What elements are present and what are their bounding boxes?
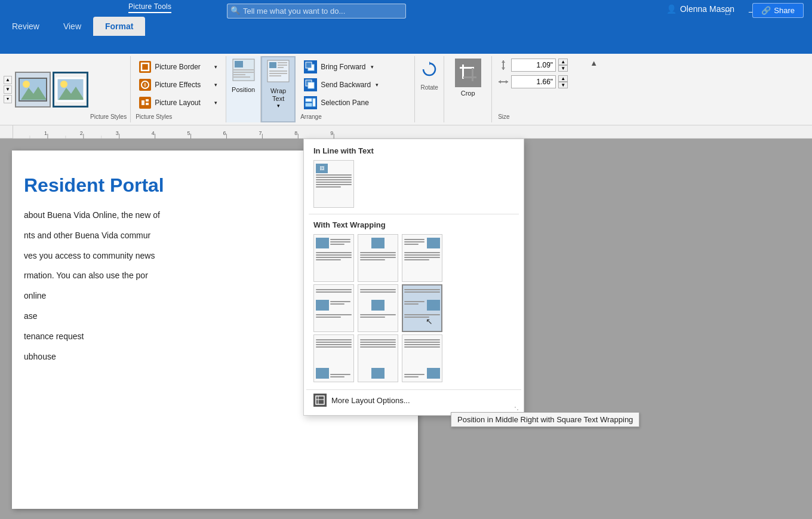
arrange-section-label: Arrange: [300, 113, 410, 120]
picture-options-section: Picture Border ▾ Picture Effects ▾ Pictu…: [131, 56, 226, 122]
position-top-left-button[interactable]: [313, 234, 354, 282]
position-inline-button[interactable]: 🖼: [313, 160, 354, 208]
svg-text:4: 4: [152, 130, 155, 136]
bring-forward-icon: [304, 60, 317, 73]
svg-rect-23: [278, 67, 284, 68]
svg-text:7: 7: [259, 130, 262, 136]
more-layout-options-button[interactable]: More Layout Options...: [304, 390, 524, 410]
width-spin-down[interactable]: ▼: [558, 82, 568, 88]
position-middle-left-button[interactable]: [313, 284, 354, 332]
collapse-ribbon-button-area: ▲: [588, 56, 600, 122]
picture-layout-button[interactable]: Picture Layout ▾: [136, 94, 221, 111]
svg-text:8: 8: [294, 130, 297, 136]
rotation-section: Rotate: [415, 56, 444, 122]
svg-marker-40: [502, 60, 505, 63]
bring-forward-label: Bring Forward: [321, 63, 365, 71]
svg-marker-41: [502, 67, 505, 70]
rotate-button[interactable]: [419, 59, 440, 82]
svg-marker-43: [499, 80, 501, 84]
picture-styles-bottom-label: Picture Styles: [136, 113, 221, 120]
arrange-section: Bring Forward ▾ Send Backward ▾ Selectio…: [296, 56, 415, 122]
picture-styles-label: Picture Styles: [90, 113, 127, 120]
share-label: Share: [774, 6, 795, 15]
svg-rect-10: [142, 100, 144, 105]
send-backward-icon: [304, 78, 317, 91]
wrap-row-1: [304, 234, 524, 284]
bring-forward-arrow: ▾: [371, 64, 374, 70]
send-backward-button[interactable]: Send Backward ▾: [300, 76, 410, 93]
picture-effects-arrow: ▾: [214, 82, 217, 88]
position-middle-right-button[interactable]: ↖: [402, 284, 442, 332]
svg-rect-14: [235, 61, 243, 67]
send-backward-arrow: ▾: [376, 82, 379, 88]
svg-text:1: 1: [44, 130, 47, 136]
tab-review[interactable]: Review: [0, 17, 51, 36]
svg-point-6: [60, 81, 67, 88]
collapse-ribbon-button[interactable]: ▲: [590, 59, 598, 67]
position-middle-center-button[interactable]: [358, 284, 398, 332]
bring-forward-button[interactable]: Bring Forward ▾: [300, 59, 410, 75]
svg-text:5: 5: [187, 130, 190, 136]
more-layout-label: More Layout Options...: [331, 396, 410, 405]
svg-rect-15: [233, 69, 254, 70]
position-top-right-button[interactable]: [402, 234, 442, 282]
picture-effects-icon: [139, 79, 151, 91]
position-bottom-left-button[interactable]: [313, 334, 354, 382]
share-icon: 🔗: [761, 6, 771, 15]
ruler-corner: [0, 125, 13, 139]
selection-pane-icon: [304, 96, 317, 109]
svg-rect-17: [233, 74, 245, 75]
height-spin-up[interactable]: ▲: [558, 59, 568, 65]
position-top-center-button[interactable]: [358, 234, 398, 282]
tab-format[interactable]: Format: [93, 17, 145, 36]
picture-layout-icon: [139, 97, 151, 109]
pic-style-thumb-2[interactable]: [53, 72, 88, 108]
position-button[interactable]: Position: [226, 56, 261, 122]
pic-styles-scroll-more[interactable]: ▾: [4, 95, 12, 103]
svg-text:2: 2: [80, 130, 83, 136]
width-spin-up[interactable]: ▲: [558, 75, 568, 82]
picture-tools-label: Picture Tools: [128, 2, 171, 13]
svg-rect-30: [308, 82, 314, 88]
wrap-text-label: WrapText: [270, 87, 286, 103]
pic-style-thumb-1[interactable]: [15, 72, 51, 108]
svg-rect-68: [316, 396, 324, 404]
picture-layout-arrow: ▾: [214, 100, 217, 106]
height-spin-down[interactable]: ▼: [558, 65, 568, 72]
height-input[interactable]: [511, 59, 556, 72]
svg-rect-21: [278, 62, 287, 63]
width-input[interactable]: [511, 75, 556, 88]
position-label: Position: [232, 86, 255, 93]
svg-rect-16: [233, 72, 254, 73]
ruler: 1 2 3 4 5 6 7 8 9: [0, 125, 812, 139]
crop-button[interactable]: Crop: [455, 59, 481, 97]
share-button[interactable]: 🔗 Share: [752, 3, 804, 18]
wrap-text-arrow: ▾: [277, 103, 280, 109]
crop-section: Crop: [444, 56, 492, 122]
picture-border-arrow: ▾: [214, 64, 217, 70]
svg-rect-31: [306, 99, 312, 102]
user-info[interactable]: 👤 Olenna Mason: [666, 4, 734, 14]
svg-rect-32: [306, 103, 312, 106]
crop-label: Crop: [461, 90, 475, 97]
position-bottom-center-button[interactable]: [358, 334, 398, 382]
svg-point-2: [23, 81, 30, 88]
svg-text:6: 6: [223, 130, 226, 136]
pic-styles-scroll-up[interactable]: ▲: [4, 76, 12, 84]
picture-effects-button[interactable]: Picture Effects ▾: [136, 76, 221, 93]
svg-marker-34: [429, 62, 431, 65]
wrap-text-button[interactable]: WrapText ▾: [261, 56, 296, 122]
pic-styles-scroll-down[interactable]: ▼: [4, 85, 12, 94]
svg-rect-20: [269, 62, 276, 68]
rotate-label: Rotate: [420, 84, 438, 91]
tab-view[interactable]: View: [51, 17, 93, 36]
svg-rect-11: [146, 99, 149, 102]
ribbon-bar: ▲ ▼ ▾: [0, 54, 812, 125]
position-bottom-right-button[interactable]: [402, 334, 442, 382]
tell-me-input[interactable]: [227, 4, 406, 19]
selection-pane-label: Selection Pane: [321, 99, 369, 107]
picture-border-button[interactable]: Picture Border ▾: [136, 59, 221, 75]
height-icon: [498, 60, 509, 70]
ruler-horizontal: 1 2 3 4 5 6 7 8 9: [13, 125, 812, 139]
selection-pane-button[interactable]: Selection Pane: [300, 94, 410, 111]
